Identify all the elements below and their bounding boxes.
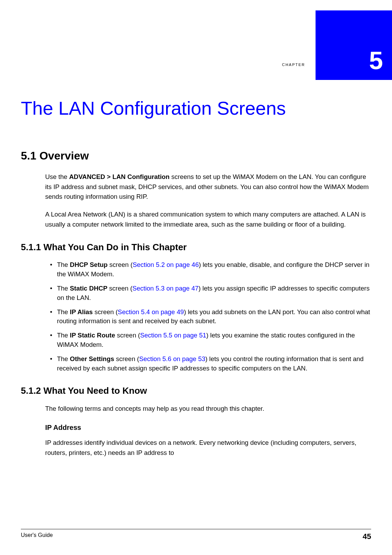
page: 5 CHAPTER The LAN Configuration Screens … bbox=[0, 0, 392, 555]
screen-name-bold: IP Alias bbox=[70, 308, 93, 316]
text-fragment: The bbox=[57, 261, 70, 268]
ip-address-paragraph: IP addresses identify individual devices… bbox=[45, 438, 372, 458]
cross-reference-link[interactable]: Section 5.4 on page 49 bbox=[118, 308, 184, 316]
need-to-know-paragraph: The following terms and concepts may hel… bbox=[45, 404, 372, 414]
screen-name-bold: Static DHCP bbox=[70, 285, 107, 292]
text-fragment: Use the bbox=[45, 173, 69, 180]
page-footer: User's Guide 45 bbox=[21, 529, 371, 541]
screen-name-bold: Other Settings bbox=[70, 355, 114, 362]
text-fragment: screen ( bbox=[115, 332, 140, 339]
cross-reference-link[interactable]: Section 5.2 on page 46 bbox=[133, 261, 199, 268]
ip-address-subheading: IP Address bbox=[45, 424, 372, 432]
footer-page-number: 45 bbox=[363, 532, 371, 541]
what-you-can-do-list: The DHCP Setup screen (Section 5.2 on pa… bbox=[52, 260, 372, 373]
list-item: The Other Settings screen (Section 5.6 o… bbox=[52, 354, 372, 373]
text-fragment: screen ( bbox=[93, 308, 118, 316]
cross-reference-link[interactable]: Section 5.6 on page 53 bbox=[139, 355, 205, 362]
screen-name-bold: DHCP Setup bbox=[70, 261, 108, 268]
section-overview-heading: 5.1 Overview bbox=[21, 149, 372, 162]
chapter-title: The LAN Configuration Screens bbox=[21, 97, 286, 119]
chapter-number: 5 bbox=[369, 48, 383, 73]
footer-guide-label: User's Guide bbox=[21, 532, 53, 541]
text-fragment: screen ( bbox=[107, 285, 132, 292]
screen-name-bold: IP Static Route bbox=[70, 332, 115, 339]
text-fragment: The bbox=[57, 355, 70, 362]
section-what-you-can-do-heading: 5.1.1 What You Can Do in This Chapter bbox=[21, 242, 372, 253]
text-fragment: screen ( bbox=[108, 261, 133, 268]
list-item: The Static DHCP screen (Section 5.3 on p… bbox=[52, 284, 372, 303]
text-fragment: The bbox=[57, 285, 70, 292]
content-area: 5.1 Overview Use the ADVANCED > LAN Conf… bbox=[21, 146, 372, 466]
chapter-label: CHAPTER bbox=[282, 63, 305, 67]
cross-reference-link[interactable]: Section 5.3 on page 47 bbox=[132, 285, 198, 292]
text-fragment: screen ( bbox=[114, 355, 139, 362]
text-fragment: The bbox=[57, 308, 70, 316]
cross-reference-link[interactable]: Section 5.5 on page 51 bbox=[140, 332, 206, 339]
list-item: The IP Static Route screen (Section 5.5 … bbox=[52, 331, 372, 350]
list-item: The IP Alias screen (Section 5.4 on page… bbox=[52, 308, 372, 326]
overview-paragraph-1: Use the ADVANCED > LAN Configuration scr… bbox=[45, 172, 372, 202]
section-what-you-need-to-know-heading: 5.1.2 What You Need to Know bbox=[21, 385, 372, 396]
nav-path-bold: ADVANCED > LAN Configuration bbox=[69, 173, 170, 180]
text-fragment: The bbox=[57, 332, 70, 339]
overview-paragraph-2: A Local Area Network (LAN) is a shared c… bbox=[45, 210, 372, 229]
chapter-tab: 5 bbox=[316, 10, 392, 80]
list-item: The DHCP Setup screen (Section 5.2 on pa… bbox=[52, 260, 372, 279]
